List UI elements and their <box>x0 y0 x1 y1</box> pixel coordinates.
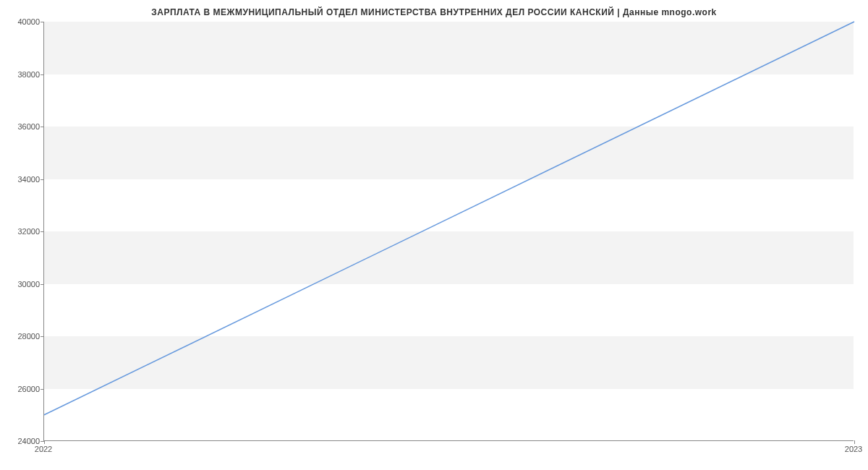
y-tick-mark <box>41 22 44 22</box>
chart-container: ЗАРПЛАТА В МЕЖМУНИЦИПАЛЬНЫЙ ОТДЕЛ МИНИСТ… <box>0 0 868 470</box>
y-tick-mark <box>41 231 44 232</box>
y-tick-label: 38000 <box>4 70 40 79</box>
y-tick-mark <box>41 127 44 127</box>
chart-svg <box>44 22 854 440</box>
y-tick-label: 28000 <box>4 332 40 341</box>
y-tick-label: 26000 <box>4 385 40 393</box>
y-tick-mark <box>41 179 44 180</box>
y-tick-mark <box>41 336 44 337</box>
x-tick-label: 2023 <box>845 445 862 453</box>
y-tick-mark <box>41 74 44 75</box>
y-tick-mark <box>41 389 44 390</box>
y-tick-label: 40000 <box>4 17 40 26</box>
y-tick-label: 30000 <box>4 280 40 289</box>
y-tick-label: 36000 <box>4 122 40 131</box>
y-tick-label: 34000 <box>4 175 40 184</box>
y-tick-mark <box>41 284 44 285</box>
chart-title: ЗАРПЛАТА В МЕЖМУНИЦИПАЛЬНЫЙ ОТДЕЛ МИНИСТ… <box>0 0 868 17</box>
x-tick-mark <box>44 440 45 444</box>
plot-area <box>43 22 854 441</box>
y-tick-label: 32000 <box>4 227 40 236</box>
data-line <box>44 22 854 415</box>
x-tick-label: 2022 <box>35 445 52 453</box>
x-tick-mark <box>854 440 855 444</box>
